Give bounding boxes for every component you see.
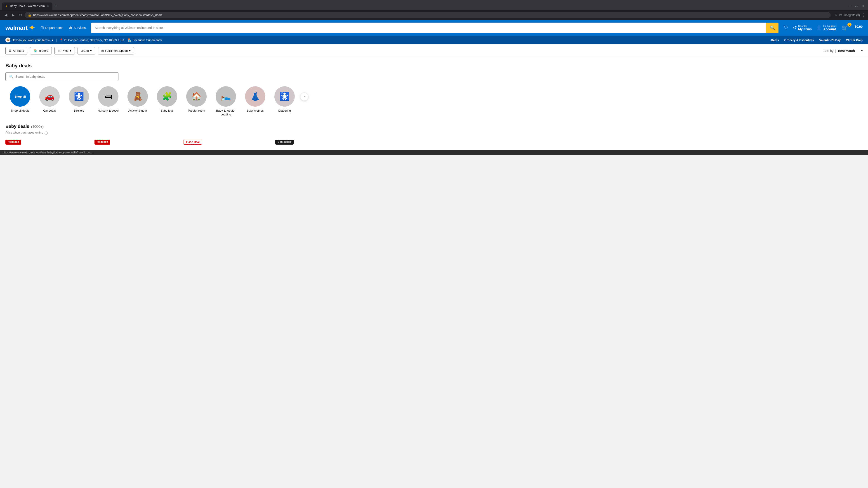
- baby-toys-image: 🧩: [162, 92, 172, 101]
- car-seats-circle: 🚗: [39, 86, 60, 107]
- deals-link[interactable]: Deals: [771, 38, 779, 42]
- baby-clothes-label: Baby clothes: [247, 109, 264, 113]
- valentines-link[interactable]: Valentine's Day: [819, 38, 841, 42]
- activity-image: 🧸: [133, 92, 143, 101]
- strollers-label: Strollers: [73, 109, 84, 113]
- tab-strip-controls: ─ ▭ ✕: [848, 4, 866, 8]
- shop-all-text: Shop all: [14, 95, 26, 98]
- price-info-icon[interactable]: ⓘ: [44, 131, 48, 135]
- status-bar: https://www.walmart.com/shop/deals/baby/…: [0, 150, 868, 155]
- toddler-room-label: Toddler room: [188, 109, 205, 113]
- search-input[interactable]: [91, 23, 766, 33]
- product-badges-row: Rollback Rollback Flash Deal Best seller: [5, 140, 863, 144]
- store-icon: 🏪: [128, 38, 131, 42]
- shop-all-circle: Shop all: [10, 86, 30, 107]
- reorder-button[interactable]: ↺ Reorder My Items: [793, 25, 812, 31]
- reorder-icon: ↺: [793, 25, 797, 31]
- deals-count: (1000+): [31, 125, 44, 129]
- tab-close-button[interactable]: ✕: [46, 4, 49, 8]
- price-icon: ◎: [58, 49, 60, 53]
- price-label: Price: [62, 49, 68, 53]
- nursery-image: 🛏: [104, 92, 112, 101]
- departments-icon: ⊞: [40, 25, 44, 30]
- refresh-button[interactable]: ↻: [17, 12, 24, 18]
- address-bar[interactable]: 🔒 https://www.walmart.com/shop/deals/bab…: [25, 12, 831, 18]
- category-baby-clothes[interactable]: 👗 Baby clothes: [241, 86, 270, 113]
- location-display[interactable]: 📍 20 Cooper Square, New York, NY 10003, …: [59, 38, 124, 42]
- cart-button[interactable]: 🛒 0 $0.00: [842, 25, 863, 31]
- diapering-image: 🚼: [280, 92, 290, 101]
- category-car-seats[interactable]: 🚗 Car seats: [35, 86, 64, 113]
- url-display: https://www.walmart.com/shop/deals/baby?…: [33, 13, 828, 17]
- maximize-button[interactable]: ▭: [855, 4, 858, 8]
- departments-nav[interactable]: ⊞ Departments: [40, 25, 63, 30]
- services-label: Services: [73, 26, 86, 30]
- account-label: Account: [823, 27, 837, 31]
- nursery-label: Nursery & decor: [98, 109, 119, 113]
- walmart-logo[interactable]: walmart ✦: [5, 24, 35, 32]
- subnav-links: Deals Grocery & Essentials Valentine's D…: [771, 38, 863, 42]
- baby-toys-label: Baby toys: [160, 109, 174, 113]
- strollers-circle: 🚼: [69, 86, 89, 107]
- deals-search-input[interactable]: [16, 75, 115, 78]
- category-bedding[interactable]: 🛌 Baby & toddler bedding: [211, 86, 241, 117]
- categories-row: Shop all Shop all deals 🚗 Car seats 🚼 St…: [5, 86, 863, 117]
- store-name: Secaucus Supercenter: [132, 38, 162, 42]
- winter-link[interactable]: Winter Prep: [846, 38, 863, 42]
- services-nav[interactable]: ⊕ Services: [69, 25, 86, 30]
- tab-title: Baby Deals - Walmart.com: [10, 4, 45, 8]
- account-button[interactable]: 👤 Hi, Lauren D Account: [816, 25, 837, 31]
- search-icon-deals: 🔍: [9, 75, 13, 78]
- category-diapering[interactable]: 🚼 Diapering: [270, 86, 299, 113]
- all-filters-button[interactable]: ☰ All filters: [5, 47, 27, 55]
- profile-icon[interactable]: Incognito (3): [844, 13, 860, 17]
- all-filters-label: All filters: [13, 49, 24, 53]
- wishlist-button[interactable]: ♡: [784, 25, 788, 31]
- activity-label: Activity & gear: [128, 109, 147, 113]
- split-view-icon[interactable]: ⧉: [839, 13, 842, 17]
- back-button[interactable]: ◀: [3, 12, 9, 18]
- categories-next-button[interactable]: ›: [300, 93, 308, 101]
- deals-section-title: Baby deals: [5, 124, 29, 129]
- menu-icon[interactable]: ⋮: [862, 13, 865, 17]
- browser-chrome: ✦ Baby Deals - Walmart.com ✕ + ─ ▭ ✕ ◀ ▶…: [0, 0, 868, 20]
- bookmark-icon[interactable]: ☆: [834, 13, 837, 17]
- flash-deal-badge: Flash Deal: [184, 140, 202, 144]
- in-store-filter[interactable]: 🏪 In-store: [30, 47, 52, 55]
- active-tab[interactable]: ✦ Baby Deals - Walmart.com ✕: [2, 2, 53, 10]
- store-display[interactable]: 🏪 Secaucus Supercenter: [128, 38, 162, 42]
- walmart-header: walmart ✦ ⊞ Departments ⊕ Services 🔍 ♡ ↺…: [0, 20, 868, 36]
- category-activity[interactable]: 🧸 Activity & gear: [123, 86, 152, 113]
- toddler-room-image: 🏠: [191, 92, 202, 101]
- sort-divider: |: [835, 49, 836, 53]
- category-toddler-room[interactable]: 🏠 Toddler room: [182, 86, 211, 113]
- page-title: Baby deals: [5, 63, 863, 69]
- delivery-chevron: ▾: [52, 38, 53, 42]
- category-shop-all[interactable]: Shop all Shop all deals: [5, 86, 35, 113]
- fulfillment-label: Fulfillment Speed: [105, 49, 128, 53]
- category-strollers[interactable]: 🚼 Strollers: [64, 86, 94, 113]
- fulfillment-filter[interactable]: ◎ Fulfillment Speed ▾: [98, 47, 134, 55]
- minimize-button[interactable]: ─: [848, 4, 850, 8]
- cart-count-badge: 0: [847, 23, 851, 27]
- fulfillment-chevron: ▾: [129, 49, 131, 53]
- forward-button[interactable]: ▶: [10, 12, 16, 18]
- toddler-room-circle: 🏠: [186, 86, 207, 107]
- new-tab-button[interactable]: +: [53, 2, 59, 10]
- close-window-button[interactable]: ✕: [862, 4, 864, 8]
- search-button[interactable]: 🔍: [766, 23, 778, 33]
- delivery-selector[interactable]: 📦 How do you want your items? ▾: [5, 37, 53, 42]
- status-url: https://www.walmart.com/shop/deals/baby/…: [3, 151, 93, 154]
- grocery-link[interactable]: Grocery & Essentials: [784, 38, 814, 42]
- location-text: 20 Cooper Square, New York, NY 10003, US…: [64, 38, 124, 42]
- sort-select[interactable]: Best Match: [838, 49, 860, 53]
- price-filter[interactable]: ◎ Price ▾: [55, 47, 75, 55]
- brand-filter[interactable]: Brand ▾: [78, 47, 95, 55]
- category-baby-toys[interactable]: 🧩 Baby toys: [152, 86, 182, 113]
- filter-bar: ☰ All filters 🏪 In-store ◎ Price ▾ Brand…: [0, 44, 868, 57]
- category-nursery[interactable]: 🛏 Nursery & decor: [94, 86, 123, 113]
- brand-chevron: ▾: [90, 49, 92, 53]
- sub-navigation: 📦 How do you want your items? ▾ | 📍 20 C…: [0, 36, 868, 44]
- search-icon: 🔍: [770, 26, 775, 30]
- search-bar: 🔍: [91, 23, 778, 33]
